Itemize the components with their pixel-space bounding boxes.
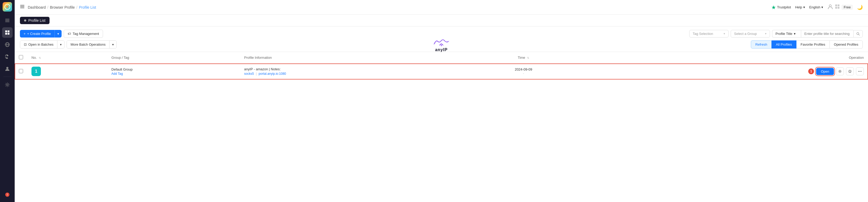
search-wrap: Profile Title ▾: [772, 30, 863, 37]
tag-selection-dropdown[interactable]: Tag Selection ▾: [689, 30, 728, 37]
more-batch-operations-dropdown-button[interactable]: ▾: [109, 41, 116, 48]
table-header-row: No. ⇅ Group / Tag Profile Information Ti…: [15, 52, 868, 63]
toolbar-row-1: + + Create Profile ▾ 🏷 Tag Management Ta…: [20, 30, 863, 38]
svg-rect-8: [8, 33, 9, 35]
row-checkbox[interactable]: [19, 69, 23, 73]
row-settings-button[interactable]: [836, 67, 844, 75]
row-time-info: 2024-09-09 -: [470, 67, 577, 75]
sidebar-item-user[interactable]: [2, 63, 12, 74]
user-area[interactable]: Free: [827, 4, 853, 11]
row-number-cell: 1: [27, 63, 107, 80]
language-chevron-icon: ▾: [822, 5, 823, 9]
profile-title-label: Profile Title: [775, 32, 792, 36]
header-operation-col: Operation: [581, 52, 868, 63]
table-header: No. ⇅ Group / Tag Profile Information Ti…: [15, 52, 868, 63]
profile-filter-tabs: Refresh All Profiles Favorite Profiles O…: [751, 40, 863, 49]
open-batches-arrow-icon: ▾: [60, 43, 62, 47]
anyip-logo: anyIP: [431, 37, 452, 52]
row-more-button[interactable]: [856, 67, 864, 75]
profile-title-selector[interactable]: Profile Title ▾: [772, 30, 801, 37]
header-time-label: Time: [518, 56, 525, 60]
row-count-badge: 1: [808, 68, 814, 74]
all-profiles-tab-button[interactable]: All Profiles: [772, 40, 796, 49]
page-title: Profile List: [28, 18, 45, 23]
open-in-batches-label: Open in Batches: [28, 42, 54, 47]
sidebar: !: [0, 0, 15, 202]
svg-rect-16: [20, 5, 24, 5]
row-profile-link1[interactable]: socks5: [244, 72, 254, 76]
sidebar-item-menu[interactable]: [2, 15, 12, 26]
create-profile-arrow-icon: ▾: [57, 32, 59, 36]
sidebar-item-puzzle[interactable]: [2, 51, 12, 62]
tag-selection-arrow-icon: ▾: [723, 32, 725, 35]
profile-search-input[interactable]: [801, 30, 853, 37]
create-profile-button[interactable]: + + Create Profile: [20, 30, 55, 37]
row-profile-info-cell: anyIP - amazon | Notes: socks5 | portal.…: [240, 63, 466, 80]
svg-point-26: [441, 45, 442, 46]
search-button[interactable]: [853, 30, 863, 37]
help-button[interactable]: Help ▾: [795, 5, 805, 9]
row-group-info: Default Group Add Tag: [112, 67, 236, 76]
header-no-col: No. ⇅: [27, 52, 107, 63]
refresh-tab-button[interactable]: Refresh: [751, 40, 772, 49]
svg-rect-23: [838, 7, 839, 9]
page-title-dot: [24, 20, 26, 22]
page-title-tab[interactable]: Profile List: [20, 17, 50, 24]
app-logo[interactable]: [3, 2, 12, 11]
topbar: Dashboard / Browser Profile / Profile Li…: [15, 0, 868, 15]
svg-point-12: [6, 67, 8, 69]
svg-rect-21: [838, 4, 839, 6]
svg-point-24: [857, 32, 859, 35]
open-in-batches-dropdown-button[interactable]: ▾: [57, 41, 64, 48]
row-favorite-button[interactable]: [846, 67, 854, 75]
dark-mode-toggle[interactable]: 🌙: [857, 4, 863, 10]
toolbar-row-2: ⊡ Open in Batches ▾ More Batch Operation…: [20, 40, 863, 49]
no-sort-icon[interactable]: ⇅: [39, 56, 41, 59]
svg-rect-22: [835, 7, 837, 9]
language-selector[interactable]: English ▾: [809, 5, 824, 9]
topbar-right: ★ Trustpilot Help ▾ English ▾: [771, 4, 863, 11]
row-time-cell: 2024-09-09 -: [466, 63, 582, 80]
language-label: English: [809, 5, 820, 9]
open-in-batches-button[interactable]: ⊡ Open in Batches: [20, 41, 57, 48]
toolbar: + + Create Profile ▾ 🏷 Tag Management Ta…: [15, 27, 868, 52]
select-all-checkbox[interactable]: [19, 55, 23, 59]
svg-rect-6: [8, 30, 9, 32]
create-profile-btn-group: + + Create Profile ▾: [20, 30, 62, 37]
create-profile-plus-icon: +: [24, 32, 26, 36]
anyip-text: anyIP: [435, 48, 447, 52]
breadcrumb-dashboard[interactable]: Dashboard: [28, 5, 46, 9]
more-batch-operations-button[interactable]: More Batch Operations: [67, 41, 109, 48]
row-open-button[interactable]: Open: [816, 68, 834, 75]
sidebar-item-settings[interactable]: [2, 80, 12, 90]
help-chevron-icon: ▾: [803, 5, 805, 9]
favorite-profiles-tab-button[interactable]: Favorite Profiles: [797, 40, 830, 49]
opened-profiles-tab-button[interactable]: Opened Profiles: [830, 40, 863, 49]
svg-point-28: [858, 71, 859, 72]
row-add-tag[interactable]: Add Tag: [112, 72, 236, 76]
row-profile-link2[interactable]: portal.anyip.io:1080: [259, 72, 286, 76]
header-checkbox-col: [15, 52, 27, 63]
tag-selection-label: Tag Selection: [693, 32, 713, 36]
sidebar-item-profiles[interactable]: [2, 27, 12, 38]
create-profile-dropdown-button[interactable]: ▾: [55, 30, 62, 37]
time-sort-icon[interactable]: ⇅: [527, 56, 529, 59]
profile-table: No. ⇅ Group / Tag Profile Information Ti…: [15, 52, 868, 80]
page-header: Profile List: [15, 15, 868, 27]
group-selection-dropdown[interactable]: Select a Group ▾: [731, 30, 770, 37]
header-profile-info-col: Profile Information: [240, 52, 466, 63]
tag-management-button[interactable]: 🏷 Tag Management: [64, 30, 103, 38]
sidebar-divider: [3, 77, 11, 77]
row-profile-separator: |: [256, 72, 256, 76]
header-profile-info-label: Profile Information: [244, 56, 272, 60]
svg-rect-4: [5, 22, 9, 22]
header-group-tag-label: Group / Tag: [112, 56, 129, 60]
header-time-col: Time ⇅: [466, 52, 582, 63]
topbar-menu-icon[interactable]: [20, 4, 25, 10]
header-group-tag-col: Group / Tag: [107, 52, 240, 63]
trustpilot-star-icon: ★: [771, 4, 776, 10]
breadcrumb-browser-profile[interactable]: Browser Profile: [50, 5, 75, 9]
trustpilot-badge[interactable]: ★ Trustpilot: [771, 4, 791, 10]
sidebar-item-globe[interactable]: [2, 39, 12, 50]
free-badge: Free: [841, 5, 853, 10]
